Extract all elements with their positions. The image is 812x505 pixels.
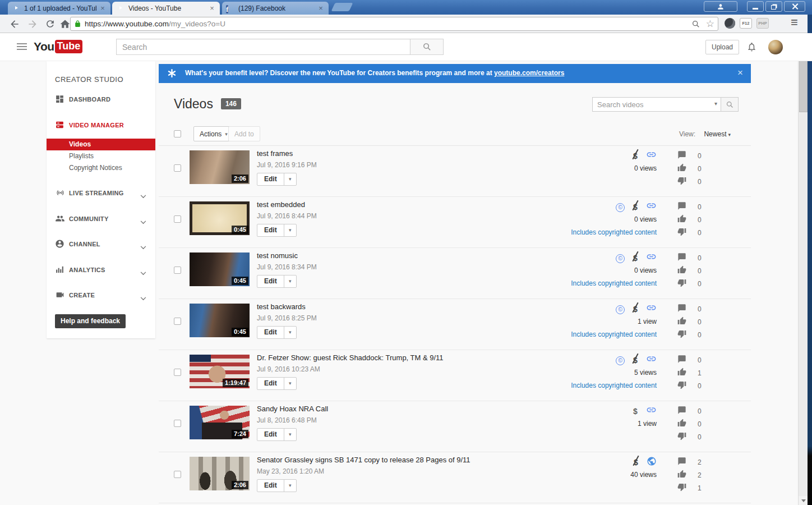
edit-button[interactable]: Edit ▾ <box>257 326 297 339</box>
edit-dropdown-caret-icon[interactable]: ▾ <box>284 429 296 440</box>
profile-button[interactable] <box>704 1 737 12</box>
video-title[interactable]: Senator Grassley signs SB 1471 copy to r… <box>257 455 562 465</box>
monetization-icon[interactable]: $ <box>632 405 639 418</box>
page-scrollbar[interactable] <box>798 33 808 505</box>
video-checkbox[interactable] <box>174 267 181 274</box>
search-button[interactable] <box>410 39 444 55</box>
notifications-bell-icon[interactable] <box>746 42 757 54</box>
edit-dropdown-caret-icon[interactable]: ▾ <box>284 224 296 236</box>
reload-button[interactable] <box>45 19 56 30</box>
minimize-button[interactable] <box>747 1 764 12</box>
sidebar-item-dashboard[interactable]: DASHBOARD <box>47 94 155 106</box>
sidebar-item-analytics[interactable]: ANALYTICS <box>47 264 155 277</box>
help-feedback-button[interactable]: Help and feedback <box>55 314 126 328</box>
edit-dropdown-caret-icon[interactable]: ▾ <box>284 480 296 492</box>
video-thumbnail[interactable]: 0:45 <box>190 252 250 286</box>
sidebar-item-copyright-notices[interactable]: Copyright Notices <box>47 162 155 174</box>
copyright-claim-icon[interactable]: © <box>616 305 625 314</box>
unlisted-link-icon[interactable] <box>646 251 657 265</box>
tab-close-icon[interactable]: × <box>208 4 216 12</box>
sidebar-item-create[interactable]: CREATE <box>47 290 155 302</box>
sidebar-item-community[interactable]: COMMUNITY <box>47 213 155 226</box>
video-title[interactable]: Sandy Hoax NRA Call <box>257 404 562 414</box>
video-checkbox[interactable] <box>174 318 181 325</box>
select-all-checkbox[interactable] <box>174 130 181 137</box>
new-tab-button[interactable] <box>331 3 353 11</box>
guide-menu-icon[interactable] <box>17 43 28 51</box>
edit-button[interactable]: Edit ▾ <box>257 173 297 186</box>
sidebar-item-video-manager[interactable]: VIDEO MANAGER <box>47 120 155 132</box>
unlisted-link-icon[interactable] <box>646 200 657 214</box>
video-checkbox[interactable] <box>174 164 181 172</box>
video-title[interactable]: test embedded <box>257 200 562 209</box>
video-search-input[interactable] <box>593 98 708 111</box>
youtube-logo[interactable]: YouTube <box>34 40 82 53</box>
browser-tab[interactable]: f (129) Facebook × <box>222 2 329 15</box>
edit-button[interactable]: Edit ▾ <box>257 428 297 441</box>
extension-f12-icon[interactable]: F12 <box>740 18 752 29</box>
sort-dropdown[interactable]: Newest▾ <box>704 130 731 138</box>
monetization-disabled-icon[interactable]: $ <box>632 150 639 163</box>
upload-button[interactable]: Upload <box>705 40 739 54</box>
browser-tab[interactable]: 1 of 1 uploaded - YouTube × <box>8 2 110 15</box>
edit-dropdown-caret-icon[interactable]: ▾ <box>284 173 296 185</box>
copyright-claim-icon[interactable]: © <box>616 356 625 365</box>
unlisted-link-icon[interactable] <box>646 149 657 163</box>
edit-button[interactable]: Edit ▾ <box>257 377 297 390</box>
video-checkbox[interactable] <box>174 369 181 376</box>
search-input[interactable] <box>116 39 410 55</box>
video-thumbnail[interactable]: 7:24 <box>190 406 250 439</box>
back-button[interactable] <box>9 19 20 30</box>
sidebar-item-videos[interactable]: Videos <box>47 139 155 150</box>
video-checkbox[interactable] <box>174 471 181 478</box>
scroll-down-arrow[interactable] <box>799 496 808 505</box>
copyright-notice-link[interactable]: Includes copyrighted content <box>561 277 657 290</box>
banner-link[interactable]: youtube.com/creators <box>494 69 564 77</box>
edit-dropdown-caret-icon[interactable]: ▾ <box>284 327 296 338</box>
copyright-notice-link[interactable]: Includes copyrighted content <box>561 328 657 341</box>
monetization-disabled-icon[interactable]: $ <box>632 303 639 316</box>
copyright-claim-icon[interactable]: © <box>616 203 625 212</box>
video-title[interactable]: Dr. Fetzer Show: guest Rick Shaddock: Tr… <box>257 353 562 362</box>
browser-menu-icon[interactable]: ≡ <box>791 17 798 28</box>
bookmark-star-icon[interactable]: ☆ <box>706 19 714 29</box>
copyright-notice-link[interactable]: Includes copyrighted content <box>561 379 657 392</box>
extension-shield-icon[interactable] <box>725 18 735 29</box>
sidebar-item-playlists[interactable]: Playlists <box>47 150 155 162</box>
home-button[interactable] <box>59 19 71 30</box>
video-search-button[interactable] <box>721 97 739 112</box>
video-thumbnail[interactable]: 0:45 <box>190 201 250 235</box>
edit-button[interactable]: Edit ▾ <box>257 224 297 237</box>
banner-close-icon[interactable]: × <box>737 67 743 79</box>
account-avatar[interactable] <box>768 40 783 54</box>
video-title[interactable]: test nomusic <box>257 251 562 260</box>
monetization-disabled-icon[interactable]: $ <box>633 456 639 469</box>
browser-tab[interactable]: Videos - YouTube × <box>112 2 220 15</box>
video-thumbnail[interactable]: 2:06 <box>190 457 250 490</box>
sidebar-item-channel[interactable]: CHANNEL <box>47 238 155 251</box>
video-title[interactable]: test backwards <box>257 302 562 311</box>
close-window-button[interactable] <box>784 1 805 12</box>
unlisted-link-icon[interactable] <box>646 405 657 419</box>
edit-button[interactable]: Edit ▾ <box>257 479 297 492</box>
tab-close-icon[interactable]: × <box>99 4 107 12</box>
extension-php-icon[interactable]: PHP <box>756 18 769 29</box>
sidebar-item-live-streaming[interactable]: LIVE STREAMING <box>47 187 155 200</box>
forward-button[interactable] <box>27 19 38 30</box>
unlisted-link-icon[interactable] <box>646 354 657 368</box>
video-checkbox[interactable] <box>174 420 181 427</box>
add-to-button[interactable]: Add to <box>228 126 260 141</box>
video-thumbnail[interactable]: 2:06 <box>190 150 250 184</box>
address-bar[interactable]: https://www.youtube.com/my_videos?o=U ☆ <box>70 17 718 31</box>
copyright-notice-link[interactable]: Includes copyrighted content <box>561 226 657 239</box>
search-filter-caret-icon[interactable]: ▾ <box>714 100 717 107</box>
tab-close-icon[interactable]: × <box>317 4 325 12</box>
video-thumbnail[interactable]: 0:45 <box>190 304 250 337</box>
copyright-claim-icon[interactable]: © <box>616 254 625 263</box>
video-thumbnail[interactable]: 1:19:47 <box>190 355 250 388</box>
restore-button[interactable] <box>765 1 782 12</box>
video-title[interactable]: test frames <box>257 149 562 158</box>
edit-dropdown-caret-icon[interactable]: ▾ <box>284 378 296 389</box>
zoom-icon[interactable] <box>691 20 700 29</box>
public-globe-icon[interactable] <box>647 456 657 470</box>
